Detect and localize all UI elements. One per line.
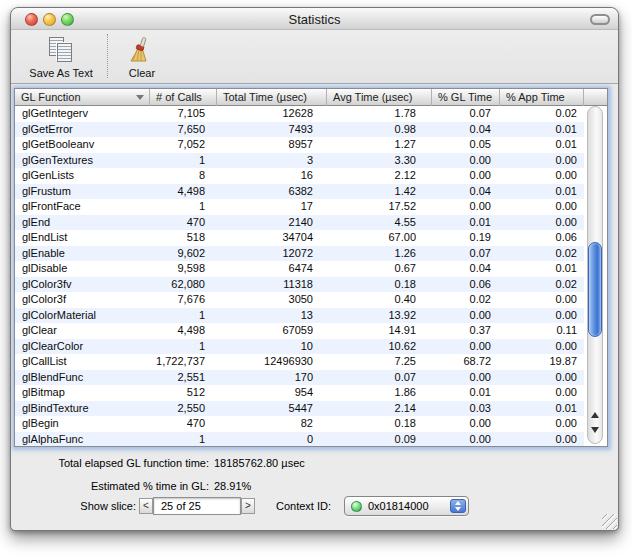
table-row[interactable]: glDisable9,59864740.670.040.01 bbox=[15, 261, 584, 277]
table-row[interactable]: glAlphaFunc100.090.000.00 bbox=[15, 432, 584, 447]
table-row[interactable]: glColor3f7,67630500.400.020.00 bbox=[15, 292, 584, 308]
table-row[interactable]: glCallList1,722,737124969307.2568.7219.8… bbox=[15, 354, 584, 370]
scrollbar-thumb[interactable] bbox=[588, 242, 602, 337]
table-cell: 0.00 bbox=[500, 168, 584, 184]
table-row[interactable]: glFrustum4,49863821.420.040.01 bbox=[15, 184, 584, 200]
column-header-gl-time[interactable]: % GL Time bbox=[432, 89, 500, 106]
table-cell: glClearColor bbox=[15, 339, 150, 355]
show-slice-label: Show slice: bbox=[41, 500, 136, 512]
clear-label: Clear bbox=[129, 67, 155, 79]
table-cell: 67.00 bbox=[327, 230, 432, 246]
table-row[interactable]: glGetError7,65074930.980.040.01 bbox=[15, 122, 584, 138]
table-cell: 470 bbox=[150, 416, 217, 432]
table-cell: 0.37 bbox=[432, 323, 500, 339]
table-cell: 0.05 bbox=[432, 137, 500, 153]
table-cell: 0.09 bbox=[327, 432, 432, 447]
column-header-total-time[interactable]: Total Time (µsec) bbox=[217, 89, 327, 106]
context-id-popup[interactable]: 0x01814000 bbox=[344, 496, 469, 516]
scroll-up-button[interactable] bbox=[588, 407, 602, 422]
table-row[interactable]: glFrontFace11717.520.000.00 bbox=[15, 199, 584, 215]
table-cell: glEnable bbox=[15, 246, 150, 262]
table-cell: 1.26 bbox=[327, 246, 432, 262]
title-bar[interactable]: Statistics bbox=[11, 8, 618, 30]
table-row[interactable]: glGetBooleanv7,05289571.270.050.01 bbox=[15, 137, 584, 153]
previous-slice-button[interactable]: < bbox=[139, 498, 153, 514]
table-cell: 10 bbox=[217, 339, 327, 355]
table-row[interactable]: glEnd47021404.550.010.00 bbox=[15, 215, 584, 231]
total-time-line: Total elapsed GL function time:18185762.… bbox=[34, 457, 305, 469]
table-cell: 0.00 bbox=[432, 168, 500, 184]
table-row[interactable]: glBitmap5129541.860.010.00 bbox=[15, 385, 584, 401]
column-header-num-calls[interactable]: # of Calls bbox=[150, 89, 217, 106]
table-cell: 2140 bbox=[217, 215, 327, 231]
table-row[interactable]: glBindTexture2,55054472.140.030.01 bbox=[15, 401, 584, 417]
table-cell: 0.19 bbox=[432, 230, 500, 246]
table-cell: 0.00 bbox=[432, 199, 500, 215]
slice-field[interactable] bbox=[153, 497, 241, 515]
table-cell: 0.00 bbox=[500, 308, 584, 324]
scroll-down-button[interactable] bbox=[588, 422, 602, 437]
table-row[interactable]: glColorMaterial11313.920.000.00 bbox=[15, 308, 584, 324]
column-header-gl-function[interactable]: GL Function bbox=[15, 89, 150, 106]
table-cell: 0.18 bbox=[327, 416, 432, 432]
table-cell: 7,105 bbox=[150, 106, 217, 122]
resize-grip[interactable] bbox=[602, 514, 617, 529]
save-as-text-icon bbox=[46, 35, 76, 65]
table-cell: 11318 bbox=[217, 277, 327, 293]
table-cell: 2.12 bbox=[327, 168, 432, 184]
table-cell: 0.00 bbox=[432, 432, 500, 447]
estimated-gl-line: Estimated % time in GL:28.91% bbox=[34, 480, 251, 492]
table-row[interactable]: glClear4,4986705914.910.370.11 bbox=[15, 323, 584, 339]
table-cell: 0.00 bbox=[500, 432, 584, 447]
table-cell: 68.72 bbox=[432, 354, 500, 370]
table-cell: 1.86 bbox=[327, 385, 432, 401]
table-row[interactable]: glBlendFunc2,5511700.070.000.00 bbox=[15, 370, 584, 386]
table-cell: 0.00 bbox=[500, 199, 584, 215]
table-cell: 0.02 bbox=[500, 106, 584, 122]
table-cell: 0.00 bbox=[432, 153, 500, 169]
table-cell: 9,598 bbox=[150, 261, 217, 277]
column-header-avg-time[interactable]: Avg Time (µsec) bbox=[327, 89, 432, 106]
column-header-spacer bbox=[584, 89, 607, 106]
table-row[interactable]: glColor3fv62,080113180.180.060.02 bbox=[15, 277, 584, 293]
table-cell: 12628 bbox=[217, 106, 327, 122]
table-cell: 12496930 bbox=[217, 354, 327, 370]
table-row[interactable]: glEndList5183470467.000.190.06 bbox=[15, 230, 584, 246]
save-as-text-label: Save As Text bbox=[29, 67, 92, 79]
table-cell: 6382 bbox=[217, 184, 327, 200]
table-cell: 0.06 bbox=[500, 230, 584, 246]
table-cell: glColor3f bbox=[15, 292, 150, 308]
table-cell: 512 bbox=[150, 385, 217, 401]
table-cell: glBegin bbox=[15, 416, 150, 432]
table-cell: 2.14 bbox=[327, 401, 432, 417]
table-row[interactable]: glGenTextures133.300.000.00 bbox=[15, 153, 584, 169]
toolbar-toggle-button[interactable] bbox=[590, 14, 610, 25]
table-row[interactable]: glGetIntegerv7,105126281.780.070.02 bbox=[15, 106, 584, 122]
table-cell: 1.42 bbox=[327, 184, 432, 200]
table-cell: 7,052 bbox=[150, 137, 217, 153]
table-row[interactable]: glGenLists8162.120.000.00 bbox=[15, 168, 584, 184]
estimated-gl-value: 28.91% bbox=[214, 480, 251, 492]
table-row[interactable]: glBegin470820.180.000.00 bbox=[15, 416, 584, 432]
table-cell: 0.01 bbox=[500, 401, 584, 417]
table-row[interactable]: glEnable9,602120721.260.070.02 bbox=[15, 246, 584, 262]
clear-button[interactable]: Clear bbox=[116, 30, 168, 84]
vertical-scrollbar[interactable] bbox=[587, 106, 603, 444]
table-cell: 17 bbox=[217, 199, 327, 215]
column-header-app-time[interactable]: % App Time bbox=[500, 89, 584, 106]
desktop: Statistics Save As Text bbox=[0, 0, 632, 558]
save-as-text-button[interactable]: Save As Text bbox=[19, 30, 103, 84]
table-cell: glFrustum bbox=[15, 184, 150, 200]
table-cell: glColorMaterial bbox=[15, 308, 150, 324]
table-row[interactable]: glClearColor11010.620.000.00 bbox=[15, 339, 584, 355]
table-cell: 7,676 bbox=[150, 292, 217, 308]
table-cell: 3.30 bbox=[327, 153, 432, 169]
table-cell: glBlendFunc bbox=[15, 370, 150, 386]
table-cell: glEnd bbox=[15, 215, 150, 231]
table-cell: 16 bbox=[217, 168, 327, 184]
table-cell: glEndList bbox=[15, 230, 150, 246]
table-cell: 17.52 bbox=[327, 199, 432, 215]
table-cell: 170 bbox=[217, 370, 327, 386]
table-cell: glCallList bbox=[15, 354, 150, 370]
table-cell: 0.00 bbox=[500, 339, 584, 355]
